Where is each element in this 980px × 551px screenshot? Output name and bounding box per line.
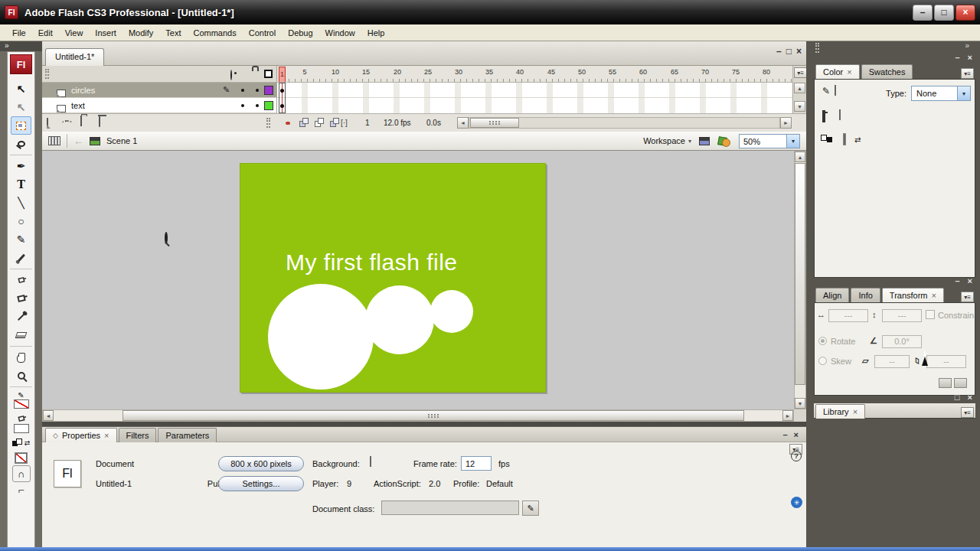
stage-circle-large[interactable] xyxy=(268,284,374,390)
swap-colors-button[interactable]: ⇄ xyxy=(24,439,31,447)
panel-minimize-button[interactable]: – xyxy=(782,430,787,439)
outline-layers-icon[interactable] xyxy=(264,70,273,78)
tab-close-icon[interactable]: × xyxy=(847,67,851,77)
timeline-toggle-icon[interactable] xyxy=(48,136,60,145)
keyframe-dot-circles[interactable] xyxy=(280,89,284,93)
keyframe-dot-text[interactable] xyxy=(280,104,284,108)
stroke-color-control[interactable]: ✎ ▾ xyxy=(11,389,31,412)
layer-visibility-dot[interactable] xyxy=(241,89,244,92)
line-tool[interactable]: ╲ xyxy=(11,194,31,212)
timeline-scroll-down-button[interactable]: ▼ xyxy=(794,101,805,112)
selection-tool[interactable]: ↖ xyxy=(11,80,31,98)
tab-properties[interactable]: ◇ Properties × xyxy=(45,428,117,442)
skew-radio[interactable] xyxy=(818,357,827,365)
subselection-tool[interactable]: ↖ xyxy=(11,98,31,116)
document-tab[interactable]: Untitled-1* xyxy=(45,48,104,66)
tab-swatches[interactable]: Swatches xyxy=(861,64,913,79)
stage-hscroll-thumb[interactable] xyxy=(122,410,744,421)
insert-layer-button[interactable] xyxy=(47,118,48,129)
stroke-color-swatch[interactable]: ▾ xyxy=(835,85,836,96)
no-color-button[interactable] xyxy=(11,450,31,465)
add-motion-guide-button[interactable] xyxy=(62,120,72,126)
delete-layer-button[interactable] xyxy=(99,116,100,127)
close-button[interactable]: × xyxy=(956,5,975,21)
frames-scrollbar-track[interactable] xyxy=(469,117,780,129)
menu-text[interactable]: Text xyxy=(159,26,187,40)
frame-rate-indicator[interactable]: 12.0 fps xyxy=(384,119,411,127)
timeline-pane-splitter[interactable] xyxy=(266,118,270,128)
copy-transform-button[interactable] xyxy=(939,378,952,388)
stage-circle-medium[interactable] xyxy=(365,285,434,354)
panel-maximize-button[interactable]: □ xyxy=(955,393,960,402)
zoom-tool[interactable] xyxy=(11,367,31,385)
transform-height-field[interactable]: --- xyxy=(882,309,922,322)
layer-outline-color-swatch[interactable] xyxy=(264,101,273,110)
timeline-options-menu[interactable]: ▾≡ xyxy=(794,67,807,78)
document-size-button[interactable]: 800 x 600 pixels xyxy=(218,456,304,471)
layer-row-circles[interactable]: circles ✎ xyxy=(42,83,276,98)
edit-symbols-button[interactable] xyxy=(717,135,731,146)
no-color-button[interactable] xyxy=(844,134,845,145)
rotate-radio[interactable] xyxy=(818,337,827,345)
frames-scroll-right-button[interactable]: ► xyxy=(780,117,792,129)
stage-circle-small[interactable] xyxy=(430,290,473,333)
modify-onion-markers-button[interactable]: [·] xyxy=(341,119,348,127)
eyedropper-tool[interactable] xyxy=(11,308,31,326)
stage-vertical-scrollbar[interactable]: ▲ ▼ xyxy=(794,151,806,409)
playhead[interactable]: 1 xyxy=(279,67,286,83)
snap-to-objects-toggle[interactable]: ∩ xyxy=(12,465,31,482)
panel-close-button[interactable]: × xyxy=(794,430,799,439)
menu-help[interactable]: Help xyxy=(361,26,391,40)
menu-edit[interactable]: Edit xyxy=(32,26,59,40)
stage-horizontal-scrollbar[interactable]: ◄ ► xyxy=(42,409,794,422)
stage-vscroll-thumb[interactable] xyxy=(795,163,805,385)
layer-lock-dot[interactable] xyxy=(256,104,259,107)
stage-heading-text[interactable]: My first flash file xyxy=(286,249,458,276)
insert-layer-folder-button[interactable] xyxy=(80,116,82,126)
frame-rate-input[interactable]: 12 xyxy=(461,456,492,471)
dock-grip[interactable] xyxy=(815,43,819,53)
lasso-tool[interactable] xyxy=(11,135,31,153)
free-transform-tool[interactable] xyxy=(11,116,31,135)
skew-vertical-field[interactable]: -- xyxy=(926,355,966,368)
panel-minimize-button[interactable]: – xyxy=(955,53,959,62)
swap-colors-button[interactable]: ⇄ xyxy=(854,135,861,144)
tab-info[interactable]: Info xyxy=(851,288,880,302)
timeline-ruler[interactable]: 1 5 10 15 20 25 30 35 40 45 50 55 60 65 … xyxy=(277,66,792,83)
menu-commands[interactable]: Commands xyxy=(187,26,242,40)
panel-close-button[interactable]: × xyxy=(968,53,972,62)
collapse-left-dock-button[interactable]: » xyxy=(0,41,42,51)
document-close-button[interactable]: × xyxy=(796,46,802,57)
eraser-tool[interactable] xyxy=(11,326,31,344)
tab-color[interactable]: Color × xyxy=(815,64,860,79)
menu-insert[interactable]: Insert xyxy=(89,26,122,40)
stage-scroll-down-button[interactable]: ▼ xyxy=(795,398,805,409)
pen-tool[interactable]: ✒ xyxy=(11,157,31,175)
fill-color-control[interactable]: ▾ xyxy=(11,412,31,436)
fill-color-swatch[interactable]: ▾ xyxy=(839,109,841,120)
document-minimize-button[interactable]: – xyxy=(776,46,782,57)
scene-name-label[interactable]: Scene 1 xyxy=(106,136,137,145)
layer-visibility-dot[interactable] xyxy=(241,104,244,107)
show-hide-layers-icon[interactable] xyxy=(230,70,232,80)
tab-close-icon[interactable]: × xyxy=(853,407,858,416)
frames-scrollbar-thumb[interactable] xyxy=(470,118,519,128)
layer-row-text[interactable]: text xyxy=(42,98,276,113)
layer-lock-dot[interactable] xyxy=(256,89,259,92)
collapse-right-dock-button[interactable]: » xyxy=(965,41,969,50)
menu-window[interactable]: Window xyxy=(319,26,361,40)
back-arrow-icon[interactable]: ← xyxy=(74,135,83,147)
tab-close-icon[interactable]: × xyxy=(104,431,109,440)
layer-name[interactable]: text xyxy=(71,101,85,110)
tab-align[interactable]: Align xyxy=(815,288,849,302)
rotate-angle-field[interactable]: 0.0° xyxy=(882,335,922,348)
stage-viewport[interactable]: My first flash file xyxy=(42,151,794,409)
background-color-swatch[interactable]: ▾ xyxy=(370,456,371,467)
workspace-button[interactable]: Workspace ▾ xyxy=(643,136,691,145)
panel-close-button[interactable]: × xyxy=(968,276,972,285)
menu-modify[interactable]: Modify xyxy=(122,26,159,40)
panel-minimize-button[interactable]: – xyxy=(955,276,959,285)
color-options-menu[interactable]: ▾≡ xyxy=(961,68,974,79)
hand-tool[interactable] xyxy=(11,348,31,367)
transform-width-field[interactable]: --- xyxy=(828,309,868,322)
